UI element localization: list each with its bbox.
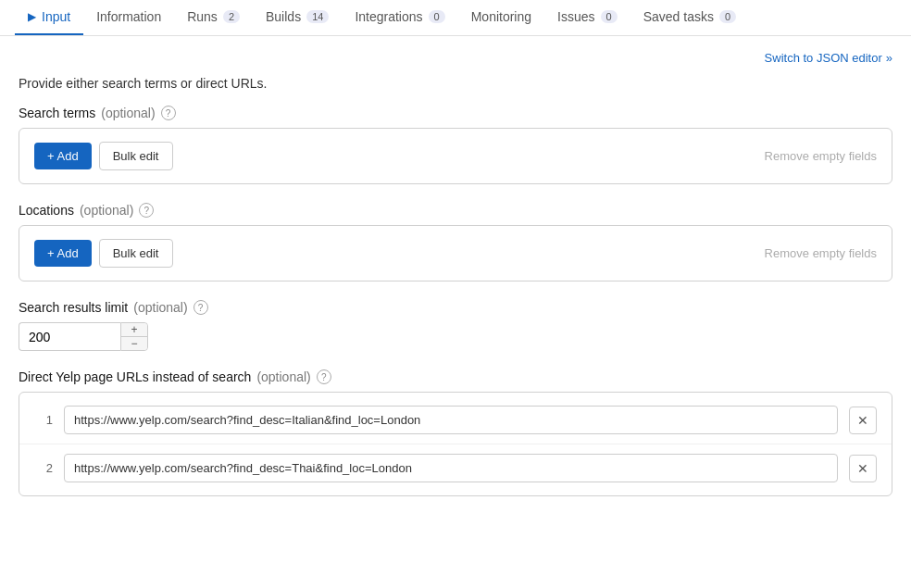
- tab-information[interactable]: Information: [83, 0, 174, 35]
- search-results-limit-label: Search results limit (optional) ?: [19, 300, 892, 315]
- tab-input[interactable]: ▶ Input: [15, 0, 83, 35]
- switch-to-json-link[interactable]: Switch to JSON editor »: [765, 51, 892, 65]
- locations-controls: + Add Bulk edit: [34, 239, 173, 268]
- main-content: Switch to JSON editor » Provide either s…: [0, 36, 911, 530]
- tab-bar: ▶ Input Information Runs 2 Builds 14 Int…: [0, 0, 911, 36]
- url-input[interactable]: [64, 454, 838, 482]
- tab-monitoring[interactable]: Monitoring: [458, 0, 544, 35]
- url-number: 2: [34, 461, 53, 475]
- tab-runs[interactable]: Runs 2: [174, 0, 253, 35]
- search-terms-label: Search terms (optional) ?: [19, 106, 892, 120]
- tab-issues[interactable]: Issues 0: [544, 0, 630, 35]
- locations-label: Locations (optional) ?: [19, 203, 892, 218]
- url-row: 2 ✕: [19, 444, 892, 492]
- play-icon: ▶: [28, 10, 36, 23]
- search-terms-controls: + Add Bulk edit: [34, 142, 173, 170]
- decrement-button[interactable]: −: [121, 337, 147, 350]
- locations-add-button[interactable]: + Add: [34, 240, 92, 267]
- issues-badge: 0: [601, 10, 618, 23]
- direct-urls-section: Direct Yelp page URLs instead of search …: [19, 369, 892, 496]
- url-number: 1: [34, 413, 53, 427]
- locations-section: Locations (optional) ? + Add Bulk edit R…: [19, 203, 892, 281]
- builds-badge: 14: [306, 10, 329, 23]
- search-results-limit-help-icon[interactable]: ?: [193, 300, 208, 315]
- tab-saved-tasks[interactable]: Saved tasks 0: [630, 0, 749, 35]
- description-text: Provide either search terms or direct UR…: [19, 76, 892, 91]
- search-terms-bulk-edit-button[interactable]: Bulk edit: [99, 142, 173, 170]
- search-results-limit-stepper: + −: [120, 322, 148, 351]
- url-row: 1 ✕: [19, 396, 892, 444]
- direct-urls-box: 1 ✕ 2 ✕: [19, 392, 892, 496]
- url-input[interactable]: [64, 406, 838, 434]
- chevron-right-icon: »: [886, 51, 892, 65]
- locations-remove-empty-button[interactable]: Remove empty fields: [765, 246, 877, 260]
- locations-box: + Add Bulk edit Remove empty fields: [19, 225, 892, 281]
- top-bar: Switch to JSON editor »: [19, 51, 892, 65]
- search-terms-add-button[interactable]: + Add: [34, 143, 92, 169]
- search-terms-section: Search terms (optional) ? + Add Bulk edi…: [19, 106, 892, 184]
- tab-integrations[interactable]: Integrations 0: [342, 0, 457, 35]
- runs-badge: 2: [223, 10, 240, 23]
- remove-url-button[interactable]: ✕: [849, 455, 877, 482]
- saved-tasks-badge: 0: [719, 10, 736, 23]
- direct-urls-help-icon[interactable]: ?: [317, 369, 331, 384]
- search-terms-help-icon[interactable]: ?: [161, 106, 176, 120]
- search-results-limit-input-wrapper: + −: [19, 322, 167, 351]
- increment-button[interactable]: +: [121, 323, 147, 337]
- search-results-limit-input[interactable]: [19, 322, 120, 351]
- tab-builds[interactable]: Builds 14: [253, 0, 342, 35]
- search-results-limit-section: Search results limit (optional) ? + −: [19, 300, 892, 351]
- locations-help-icon[interactable]: ?: [139, 203, 154, 218]
- direct-urls-label: Direct Yelp page URLs instead of search …: [19, 369, 892, 384]
- search-terms-box: + Add Bulk edit Remove empty fields: [19, 128, 892, 184]
- search-terms-remove-empty-button[interactable]: Remove empty fields: [765, 149, 877, 163]
- locations-bulk-edit-button[interactable]: Bulk edit: [99, 239, 173, 268]
- remove-url-button[interactable]: ✕: [849, 407, 877, 434]
- integrations-badge: 0: [429, 10, 445, 23]
